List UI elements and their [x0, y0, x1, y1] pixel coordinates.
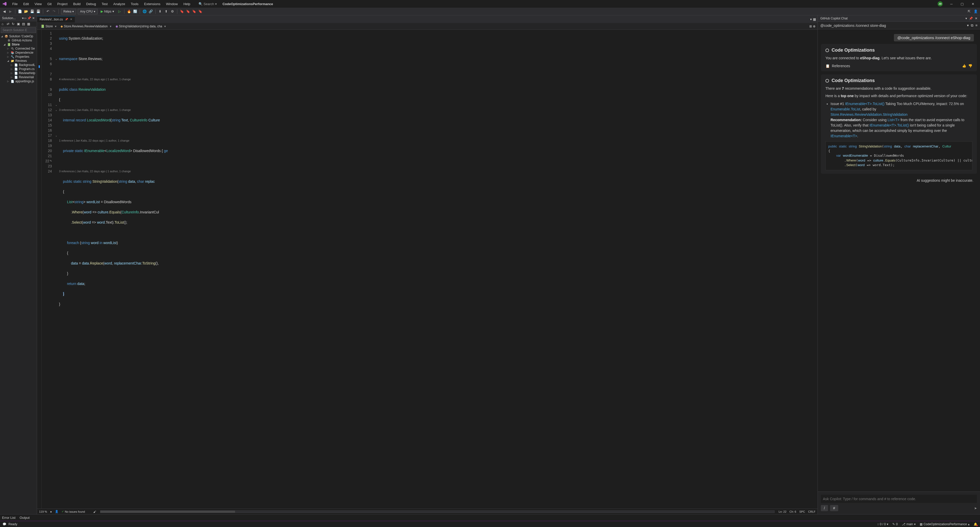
hot-reload-icon[interactable]: 🔥: [127, 9, 131, 14]
menu-build[interactable]: Build: [70, 1, 83, 7]
nav-fwd-icon[interactable]: ▶: [8, 9, 13, 14]
api-link-5[interactable]: IEnumerable<T>.ToList(): [870, 123, 909, 127]
nav-position[interactable]: ↕0 / 0▾: [877, 522, 888, 526]
copilot-input[interactable]: [821, 495, 977, 503]
breadcrumb-class[interactable]: ◆Store.Reviews.ReviewValidation▾: [59, 24, 113, 29]
account-icon[interactable]: 👤: [974, 9, 978, 14]
appsettings-file-node[interactable]: ▷📄appsettings.js: [0, 79, 37, 83]
share-icon[interactable]: ⇱: [967, 9, 971, 14]
pin-icon[interactable]: 📌: [969, 17, 973, 20]
breadcrumb-project[interactable]: 📗Store▾: [39, 24, 58, 29]
browser-icon[interactable]: 🌐: [142, 9, 147, 14]
chevron-down-icon[interactable]: ▾: [966, 17, 967, 20]
open-icon[interactable]: 📂: [24, 9, 29, 14]
brush-icon[interactable]: 🖌: [93, 510, 96, 513]
pending-changes[interactable]: ✎0: [892, 522, 898, 526]
connected-services-node[interactable]: ▷🔌Connected Se: [0, 46, 37, 51]
error-list-tab[interactable]: Error List: [2, 516, 16, 520]
chevron-down-icon[interactable]: ▾: [810, 18, 812, 21]
menu-analyze[interactable]: Analyze: [111, 1, 127, 7]
maximize-button[interactable]: ▢: [957, 0, 967, 8]
api-link-4[interactable]: List<T>: [888, 118, 899, 122]
properties-node[interactable]: ▷🔧Properties: [0, 55, 37, 59]
menu-debug[interactable]: Debug: [84, 1, 99, 7]
browser-link-icon[interactable]: 🔗: [148, 9, 153, 14]
editor-tab-active[interactable]: ReviewV...tion.cs 📌 ✕: [37, 16, 75, 22]
reviews-folder-node[interactable]: ◢📁Reviews: [0, 59, 37, 63]
minimize-button[interactable]: ─: [946, 0, 956, 8]
undo-icon[interactable]: ↶: [46, 9, 50, 14]
api-link[interactable]: IEnumerable<T>.ToList(): [845, 102, 885, 106]
menu-git[interactable]: Git: [45, 1, 54, 7]
close-button[interactable]: ✕: [968, 0, 978, 8]
reviewhelp-file-node[interactable]: ▷📄ReviewHelp: [0, 71, 37, 75]
config2-icon[interactable]: ⚙: [170, 9, 175, 14]
solution-search-input[interactable]: [1, 27, 36, 33]
menu-window[interactable]: Window: [164, 1, 180, 7]
close-icon[interactable]: ✕: [32, 16, 35, 20]
menu-test[interactable]: Test: [99, 1, 110, 7]
switch-icon[interactable]: ⇄: [6, 22, 10, 25]
menu-extensions[interactable]: Extensions: [142, 1, 163, 7]
bookmark3-icon[interactable]: 🔖: [192, 9, 196, 14]
repo-indicator[interactable]: ▦CodeOptimizationsPerformance▴: [920, 522, 969, 526]
store-project-node[interactable]: ◢📗Store: [0, 42, 37, 46]
pin-icon[interactable]: 📌: [65, 18, 68, 21]
split-icon[interactable]: ⊞: [809, 24, 812, 28]
lineending-indicator[interactable]: CRLF: [808, 510, 816, 513]
refresh-icon[interactable]: 🔄: [133, 9, 137, 14]
step2-icon[interactable]: ⬆: [164, 9, 169, 14]
bookmark-icon[interactable]: 🔖: [180, 9, 184, 14]
solution-node[interactable]: ◢📦Solution 'CodeOp: [0, 34, 37, 38]
global-search[interactable]: 🔍 Search ▾: [199, 2, 217, 6]
props-icon[interactable]: ▦: [27, 22, 31, 25]
api-link-3[interactable]: Store.Reviews.ReviewValidation.StringVal…: [830, 113, 907, 116]
menu-project[interactable]: Project: [55, 1, 70, 7]
new-icon[interactable]: 📄: [18, 9, 22, 14]
codelens-method[interactable]: 3 references | Jan Kalis, 22 days ago | …: [58, 169, 818, 174]
reviewvali-file-node[interactable]: ▷📄ReviewVali: [0, 75, 37, 79]
github-actions-node[interactable]: ⚙GitHub Actions: [0, 38, 37, 42]
horizontal-scrollbar[interactable]: [100, 510, 775, 513]
tab-close-icon[interactable]: ✕: [70, 18, 72, 21]
window-layout-icon[interactable]: ▦: [813, 18, 816, 21]
thumbs-down-icon[interactable]: 👎: [968, 64, 972, 68]
list-icon[interactable]: ≡: [975, 23, 977, 28]
menu-view[interactable]: View: [32, 1, 44, 7]
background-file-node[interactable]: ▷📄BackgroudL: [0, 63, 37, 67]
code-text[interactable]: using System.Globalization; namespace St…: [58, 30, 818, 509]
bookmark4-icon[interactable]: 🔖: [198, 9, 203, 14]
save-all-icon[interactable]: 💾: [36, 9, 41, 14]
slash-hint-button[interactable]: /: [821, 505, 828, 511]
nav-back-icon[interactable]: ◀: [2, 9, 6, 14]
output-tab[interactable]: Output: [20, 516, 30, 520]
hash-hint-button[interactable]: #: [830, 505, 838, 511]
save-icon[interactable]: 💾: [30, 9, 35, 14]
codelens-record[interactable]: 3 references | Jan Kalis, 22 days ago | …: [58, 107, 818, 113]
menu-tools[interactable]: Tools: [128, 1, 141, 7]
notifications-icon[interactable]: 🔔: [974, 522, 977, 526]
more-icon[interactable]: ⊕: [813, 24, 816, 28]
sync-icon[interactable]: ↻: [12, 22, 15, 25]
home-icon[interactable]: ⌂: [2, 22, 5, 25]
user-avatar[interactable]: JD: [938, 1, 943, 6]
menu-edit[interactable]: Edit: [21, 1, 32, 7]
menu-help[interactable]: Help: [181, 1, 193, 7]
config-dropdown[interactable]: Relea ▾: [61, 9, 76, 14]
run-button[interactable]: ▶https ▾: [99, 9, 116, 14]
close-icon[interactable]: ✕: [975, 17, 977, 20]
collapse-icon[interactable]: ▣: [17, 22, 21, 25]
step-icon[interactable]: ⬇: [158, 9, 162, 14]
redo-icon[interactable]: ↷: [52, 9, 56, 14]
menu-file[interactable]: File: [10, 1, 20, 7]
no-issues-indicator[interactable]: ✓No issues found: [62, 510, 85, 513]
thumbs-up-icon[interactable]: 👍: [962, 64, 966, 68]
spaces-indicator[interactable]: SPC: [799, 510, 805, 513]
branch-indicator[interactable]: ⎇main▾: [902, 522, 916, 526]
codelens-class[interactable]: 4 references | Jan Kalis, 22 days ago | …: [58, 77, 818, 82]
chevron-down-icon[interactable]: ▾: [967, 23, 969, 28]
pin-icon[interactable]: 📌: [27, 16, 31, 20]
chat-icon[interactable]: 💬: [3, 522, 6, 526]
bookmark2-icon[interactable]: 🔖: [186, 9, 190, 14]
platform-dropdown[interactable]: Any CPU ▾: [78, 9, 97, 14]
